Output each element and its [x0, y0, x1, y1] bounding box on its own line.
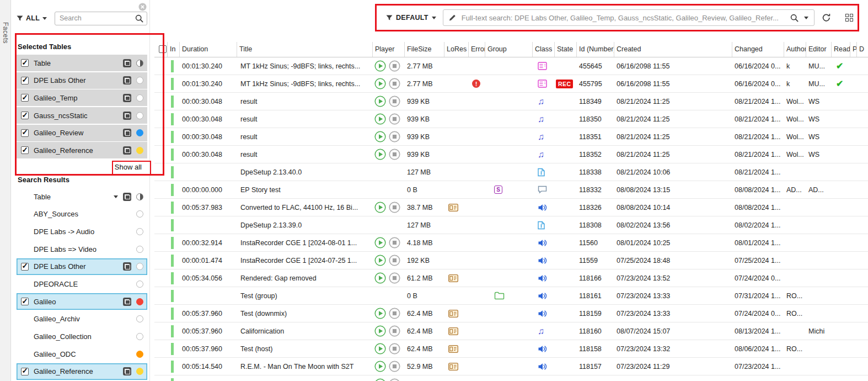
color-indicator[interactable] — [136, 210, 143, 218]
column-header-id[interactable]: Id (Number) — [577, 42, 614, 57]
search-result-item[interactable]: DPE Labs -> Audio — [17, 223, 147, 240]
item-checkbox[interactable] — [21, 77, 29, 84]
selected-table-item[interactable]: Gauss_ncsStatic — [17, 107, 147, 124]
column-header-created[interactable]: Created — [614, 42, 732, 57]
color-indicator[interactable] — [136, 315, 143, 322]
contrast-toggle-icon[interactable] — [136, 60, 143, 67]
column-header-player[interactable]: Player — [373, 42, 405, 57]
table-row[interactable]: Test (group)0 B11816107/23/2024 13:3307/… — [154, 287, 868, 305]
column-header-duration[interactable]: Duration — [180, 42, 237, 57]
color-indicator[interactable] — [136, 263, 143, 270]
play-button[interactable] — [374, 96, 386, 107]
play-button[interactable] — [374, 308, 386, 319]
column-header-error[interactable]: Error — [469, 42, 485, 57]
search-result-item[interactable]: DPE Labs Other — [17, 258, 147, 275]
item-checkbox[interactable] — [21, 129, 29, 137]
table-row[interactable]: 00:00:32.914InstaRecorder CGE 1 [2024-08… — [154, 234, 868, 252]
color-indicator-yellow[interactable] — [136, 368, 143, 375]
play-button[interactable] — [374, 378, 386, 381]
play-button[interactable] — [374, 60, 386, 72]
search-result-item[interactable]: Galileo_Reference — [17, 363, 147, 380]
search-icon[interactable] — [790, 14, 799, 22]
play-button[interactable] — [374, 237, 386, 248]
fulltext-search-input[interactable] — [459, 14, 788, 22]
search-result-item[interactable]: Galileo — [17, 293, 147, 310]
stop-button[interactable] — [389, 255, 400, 266]
facets-panel-tab[interactable]: Facets — [0, 0, 11, 381]
sidebar-search-input[interactable] — [55, 14, 135, 22]
search-preset-dropdown[interactable]: DEFAULT — [386, 14, 436, 22]
column-header-select[interactable] — [154, 42, 168, 57]
table-row[interactable]: 00:01:30.240MT 1kHz Sinus; -9dBFS; links… — [154, 57, 868, 75]
stop-button[interactable] — [389, 60, 400, 72]
selected-table-item[interactable]: Galileo_Review — [17, 125, 147, 141]
stop-button[interactable] — [389, 325, 400, 337]
item-checkbox[interactable] — [21, 263, 29, 271]
refresh-icon[interactable] — [822, 13, 831, 22]
contrast-toggle-icon[interactable] — [136, 193, 143, 200]
fulltext-search-field[interactable] — [443, 9, 815, 26]
chevron-down-icon[interactable] — [804, 17, 808, 19]
table-mode-icon[interactable] — [123, 367, 131, 375]
table-row[interactable]: 00:00:30.048result939 KB♫11835108/21/202… — [154, 128, 868, 146]
table-row[interactable]: 00:00:00.000EP Story test0 BS11833208/08… — [154, 181, 868, 199]
stop-button[interactable] — [389, 361, 400, 372]
search-result-item[interactable]: DPE Labs => Video — [17, 241, 147, 257]
table-mode-icon[interactable] — [123, 298, 131, 306]
table-row[interactable]: DpeSetup 2.13.40.0127 MB11833808/21/2024… — [154, 163, 868, 181]
close-icon[interactable] — [138, 3, 147, 11]
show-all-button[interactable]: Show all — [110, 162, 146, 172]
column-header-editor[interactable]: Editor — [806, 42, 832, 57]
table-mode-icon[interactable] — [123, 76, 131, 84]
search-result-item[interactable]: Galileo_Archiv — [17, 311, 147, 327]
column-header-group[interactable]: Group — [485, 42, 533, 57]
play-button[interactable] — [374, 361, 386, 372]
column-header-state[interactable]: State — [555, 42, 577, 57]
stop-button[interactable] — [389, 343, 400, 354]
column-header-read[interactable]: Read — [832, 42, 850, 57]
play-button[interactable] — [374, 78, 386, 89]
sidebar-search-field[interactable] — [55, 12, 147, 25]
play-button[interactable] — [374, 131, 386, 142]
table-mode-icon[interactable] — [123, 146, 131, 155]
play-button[interactable] — [374, 202, 386, 213]
color-indicator-yellow[interactable] — [136, 147, 143, 154]
column-header-p[interactable]: P — [850, 42, 857, 57]
table-row[interactable]: 00:00:30.048result939 KB♫11834908/21/202… — [154, 93, 868, 110]
column-header-filesize[interactable]: FileSize — [405, 42, 444, 57]
stop-button[interactable] — [389, 131, 400, 142]
chevron-down-icon[interactable] — [114, 195, 118, 198]
facet-filter-dropdown[interactable]: ALL — [17, 14, 47, 22]
table-row[interactable]: DpeSetup 2.13.39.0127 MB11830808/02/2024… — [154, 216, 868, 234]
column-header-class[interactable]: Class — [533, 42, 555, 57]
table-mode-icon[interactable] — [123, 59, 131, 67]
stop-button[interactable] — [389, 96, 400, 107]
search-result-item[interactable]: DPEORACLE — [17, 276, 147, 292]
table-row[interactable]: 00:05:14.540R.E.M. - Man On The Moon wit… — [154, 358, 868, 375]
play-button[interactable] — [374, 113, 386, 125]
table-row[interactable]: 00:01:30.240MT 1kHz Sinus; -9dBFS; links… — [154, 75, 868, 93]
table-row[interactable]: 00:05:37.960Californication62.4 MB♫11816… — [154, 322, 868, 340]
table-row[interactable]: 00:00:30.048result939 KB♫11835008/21/202… — [154, 110, 868, 128]
color-indicator-red[interactable] — [136, 298, 143, 305]
column-header-lores[interactable]: LoRes — [444, 42, 469, 57]
item-checkbox[interactable] — [21, 94, 29, 102]
table-mode-icon[interactable] — [123, 112, 131, 120]
select-all-checkbox[interactable] — [159, 45, 167, 53]
selected-table-item[interactable]: Table — [17, 55, 147, 71]
color-indicator-blue[interactable] — [136, 129, 143, 136]
color-indicator[interactable] — [136, 333, 143, 340]
item-checkbox[interactable] — [21, 368, 29, 375]
search-result-item[interactable]: ABY_Sources — [17, 206, 147, 223]
table-row[interactable]: 00:05:34.056Rendered: Gap removed61.2 MB… — [154, 269, 868, 287]
column-header-d[interactable]: D — [857, 42, 868, 57]
play-button[interactable] — [374, 149, 386, 160]
play-button[interactable] — [374, 343, 386, 354]
table-row[interactable]: 00:05:37.960Test (downmix)62.4 MB1181590… — [154, 305, 868, 322]
table-mode-icon[interactable] — [123, 262, 131, 271]
table-mode-icon[interactable] — [123, 193, 131, 201]
play-button[interactable] — [374, 325, 386, 337]
stop-button[interactable] — [389, 113, 400, 125]
stop-button[interactable] — [389, 237, 400, 248]
table-row[interactable] — [154, 375, 868, 381]
